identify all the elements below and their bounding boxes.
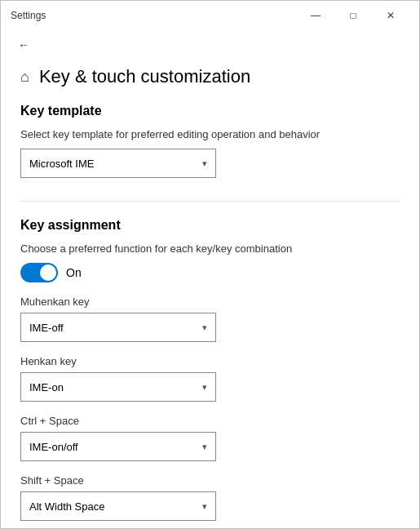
key-assignment-title: Key assignment — [20, 218, 400, 233]
shift-space-value: Alt Width Space — [29, 500, 105, 513]
shift-space-label: Shift + Space — [20, 474, 400, 487]
ctrl-space-arrow: ▾ — [202, 442, 207, 452]
key-template-dropdown[interactable]: Microsoft IME ▾ — [20, 149, 216, 178]
shift-space-arrow: ▾ — [202, 501, 207, 512]
minimize-button[interactable]: — — [297, 3, 334, 28]
page-title: Key & touch customization — [39, 66, 250, 87]
key-assignment-description: Choose a preferred function for each key… — [20, 242, 400, 255]
muhenkan-arrow: ▾ — [202, 322, 207, 333]
muhenkan-container: Muhenkan key IME-off ▾ — [20, 296, 400, 342]
maximize-button[interactable]: □ — [334, 3, 372, 28]
henkan-value: IME-on — [29, 381, 64, 393]
muhenkan-dropdown[interactable]: IME-off ▾ — [20, 313, 216, 342]
muhenkan-value: IME-off — [29, 322, 64, 334]
toggle-label: On — [66, 266, 82, 279]
henkan-label: Henkan key — [20, 355, 400, 367]
ctrl-space-container: Ctrl + Space IME-on/off ▾ — [20, 415, 400, 461]
nav-bar: ← — [1, 30, 419, 60]
shift-space-dropdown[interactable]: Alt Width Space ▾ — [20, 491, 216, 521]
ctrl-space-dropdown[interactable]: IME-on/off ▾ — [20, 432, 216, 461]
key-template-dropdown-value: Microsoft IME — [29, 158, 94, 170]
key-template-dropdown-container: Microsoft IME ▾ — [20, 149, 400, 178]
title-bar-controls: — □ ✕ — [297, 3, 409, 28]
henkan-dropdown[interactable]: IME-on ▾ — [20, 372, 216, 402]
window-title: Settings — [11, 10, 46, 21]
key-template-section: Key template Select key template for pre… — [20, 104, 400, 178]
title-bar-left: Settings — [11, 10, 46, 21]
toggle-knob — [40, 264, 56, 281]
henkan-container: Henkan key IME-on ▾ — [20, 355, 400, 402]
key-assignment-section: Key assignment Choose a preferred functi… — [20, 218, 400, 521]
close-button[interactable]: ✕ — [372, 3, 409, 28]
toggle-row: On — [20, 263, 400, 282]
section-divider — [20, 201, 400, 202]
back-button[interactable]: ← — [11, 32, 37, 58]
muhenkan-label: Muhenkan key — [20, 296, 400, 308]
settings-window: Settings — □ ✕ ← ⌂ Key & touch customiza… — [0, 0, 420, 529]
henkan-arrow: ▾ — [202, 382, 207, 393]
key-template-dropdown-arrow: ▾ — [202, 158, 207, 169]
page-header: ⌂ Key & touch customization — [20, 60, 400, 104]
key-template-title: Key template — [20, 104, 400, 118]
ctrl-space-value: IME-on/off — [29, 441, 78, 453]
ctrl-space-label: Ctrl + Space — [20, 415, 400, 427]
shift-space-container: Shift + Space Alt Width Space ▾ — [20, 474, 400, 521]
title-bar: Settings — □ ✕ — [1, 1, 419, 30]
key-template-description: Select key template for preferred editin… — [20, 128, 400, 140]
key-assignment-toggle[interactable] — [20, 263, 58, 282]
content-area: ⌂ Key & touch customization Key template… — [1, 60, 419, 528]
home-icon: ⌂ — [20, 69, 29, 86]
